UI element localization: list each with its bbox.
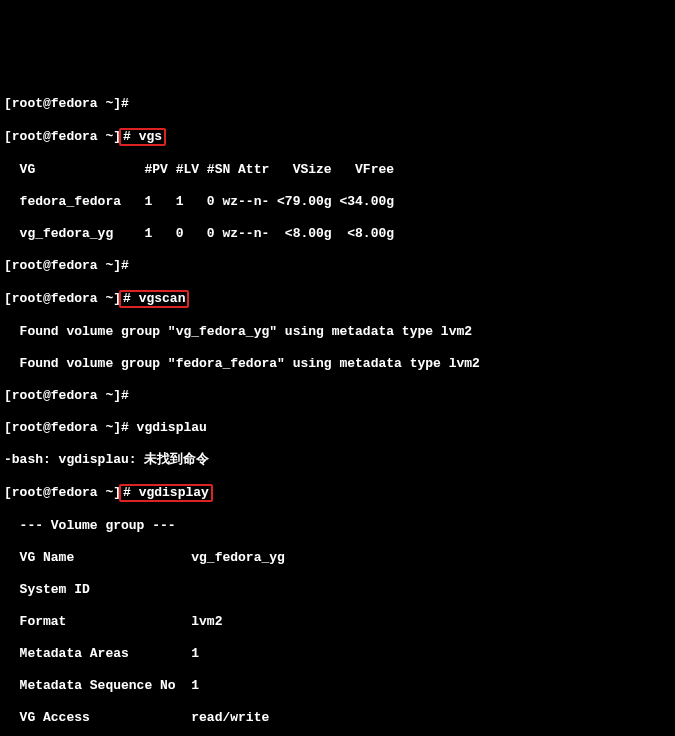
- cmd-vgdisplay-line: [root@fedora ~]# vgdisplay: [4, 484, 675, 502]
- vgs-header: VG #PV #LV #SN Attr VSize VFree: [4, 162, 675, 178]
- vg-name-1: VG Name vg_fedora_yg: [4, 550, 675, 566]
- vg-access-1: VG Access read/write: [4, 710, 675, 726]
- vg-mdareas-1: Metadata Areas 1: [4, 646, 675, 662]
- vgscan-out-1: Found volume group "vg_fedora_yg" using …: [4, 324, 675, 340]
- prompt-fragment: [root@fedora ~]: [4, 129, 121, 144]
- vg-format-1: Format lvm2: [4, 614, 675, 630]
- terminal-window[interactable]: { "lines":{ "l0":"[root@fedora ~]#", "l1…: [0, 32, 675, 736]
- vgs-row-1: fedora_fedora 1 1 0 wz--n- <79.00g <34.0…: [4, 194, 675, 210]
- highlight-vgscan: # vgscan: [119, 290, 189, 308]
- cmd-typo-line: [root@fedora ~]# vgdisplau: [4, 420, 675, 436]
- vg-header-1: --- Volume group ---: [4, 518, 675, 534]
- error-line: -bash: vgdisplau: 未找到命令: [4, 452, 675, 468]
- cmd-vgs-line: [root@fedora ~]# vgs: [4, 128, 675, 146]
- prompt-line: [root@fedora ~]#: [4, 258, 675, 274]
- prompt-line: [root@fedora ~]#: [4, 96, 675, 112]
- vg-sysid-1: System ID: [4, 582, 675, 598]
- vg-mdseq-1: Metadata Sequence No 1: [4, 678, 675, 694]
- vgs-row-2: vg_fedora_yg 1 0 0 wz--n- <8.00g <8.00g: [4, 226, 675, 242]
- highlight-vgdisplay: # vgdisplay: [119, 484, 213, 502]
- vgscan-out-2: Found volume group "fedora_fedora" using…: [4, 356, 675, 372]
- prompt-fragment: [root@fedora ~]: [4, 291, 121, 306]
- highlight-vgs: # vgs: [119, 128, 166, 146]
- prompt-fragment: [root@fedora ~]: [4, 485, 121, 500]
- cmd-vgscan-line: [root@fedora ~]# vgscan: [4, 290, 675, 308]
- prompt-line: [root@fedora ~]#: [4, 388, 675, 404]
